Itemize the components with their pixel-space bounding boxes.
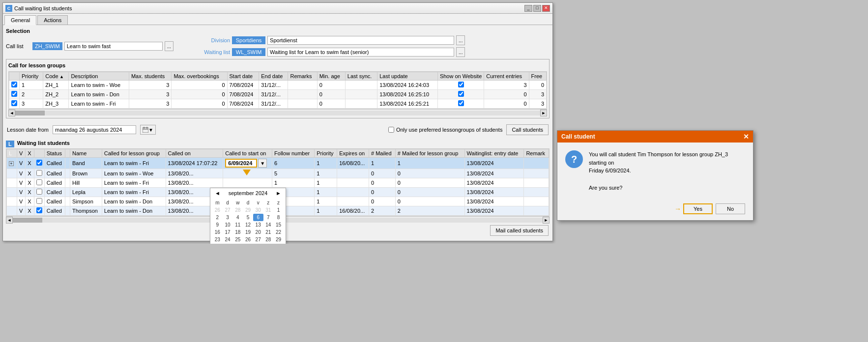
- dialog-no-button[interactable]: No: [716, 203, 745, 214]
- dialog-close-button[interactable]: ✕: [743, 133, 749, 140]
- cal-day-28b[interactable]: 28: [263, 236, 274, 243]
- scroll-track[interactable]: [15, 111, 540, 115]
- cal-day-11[interactable]: 11: [232, 221, 243, 228]
- cal-day-1b[interactable]: 1: [223, 243, 233, 244]
- col-description: Description: [69, 72, 129, 81]
- cal-day-12[interactable]: 12: [243, 221, 253, 228]
- cal-day-24[interactable]: 24: [223, 236, 233, 243]
- band-checkbox[interactable]: [36, 160, 42, 166]
- cal-day-5b[interactable]: 5: [263, 243, 274, 244]
- cal-day-16[interactable]: 16: [212, 228, 223, 236]
- hill-checkbox[interactable]: [36, 179, 42, 185]
- cal-day-30[interactable]: 30: [253, 206, 263, 214]
- cal-day-8[interactable]: 8: [273, 214, 284, 221]
- dialog-yes-button[interactable]: Yes: [683, 203, 713, 214]
- cal-day-31[interactable]: 31: [263, 206, 274, 214]
- row2-checkbox[interactable]: [11, 91, 17, 97]
- preferred-checkbox-label: Only use preferred lessongroups of stude…: [388, 127, 502, 133]
- cal-day-26[interactable]: 26: [212, 206, 223, 214]
- division-input[interactable]: [267, 36, 454, 45]
- calendar-button[interactable]: ▼: [140, 125, 156, 135]
- cal-day-6b[interactable]: 6: [273, 243, 284, 244]
- cal-day-4b[interactable]: 4: [253, 243, 263, 244]
- cal-day-3[interactable]: 3: [223, 214, 233, 221]
- thompson-checkbox[interactable]: [36, 207, 42, 213]
- cal-day-7[interactable]: 7: [263, 214, 274, 221]
- row3-priority: 3: [20, 99, 43, 109]
- expand-icon-thompson[interactable]: [7, 206, 17, 216]
- day-header-z1: z: [263, 199, 274, 206]
- lesson-date-input[interactable]: [53, 125, 136, 134]
- x-hill: X: [26, 178, 34, 188]
- maximize-button[interactable]: □: [533, 5, 541, 12]
- calllist-input[interactable]: [64, 42, 163, 51]
- waitinglist-browse-button[interactable]: ...: [456, 47, 465, 57]
- scroll-thumb[interactable]: [15, 111, 45, 115]
- expand-icon-band[interactable]: +: [7, 158, 17, 169]
- table-row: 2 ZH_2 Learn to swim - Don 3 0 7/08/2024…: [9, 90, 547, 99]
- cal-day-27b[interactable]: 27: [253, 236, 263, 243]
- division-browse-button[interactable]: ...: [456, 35, 465, 45]
- col-mailed: # Mailed: [369, 149, 396, 158]
- expand-icon-simpson[interactable]: [7, 197, 17, 206]
- brown-checkbox[interactable]: [36, 170, 42, 176]
- cal-day-6[interactable]: 6: [253, 214, 263, 221]
- minimize-button[interactable]: _: [524, 5, 532, 12]
- cal-day-30b[interactable]: 30: [212, 243, 223, 244]
- date-dropdown-btn[interactable]: ▼: [258, 159, 267, 168]
- cal-day-18[interactable]: 18: [232, 228, 243, 236]
- cal-week-6: 30 1 2 3 4 5 6: [212, 243, 284, 244]
- cal-day-27[interactable]: 27: [223, 206, 233, 214]
- cal-day-19[interactable]: 19: [243, 228, 253, 236]
- cal-day-10[interactable]: 10: [223, 221, 233, 228]
- wl-row-hill[interactable]: V X Called Hill Learn to swim - Fri 13/0…: [7, 178, 549, 188]
- scroll-left-arrow[interactable]: ◄: [8, 110, 15, 116]
- cal-day-17[interactable]: 17: [223, 228, 233, 236]
- cal-day-29b[interactable]: 29: [273, 236, 284, 243]
- expand-icon-lepla[interactable]: [7, 188, 17, 197]
- cal-day-28[interactable]: 28: [232, 206, 243, 214]
- close-button[interactable]: ✕: [542, 5, 550, 12]
- row3-checkbox[interactable]: [11, 100, 17, 106]
- scroll-right-arrow[interactable]: ►: [540, 110, 547, 116]
- cal-day-9[interactable]: 9: [212, 221, 223, 228]
- lepla-checkbox[interactable]: [36, 189, 42, 195]
- wl-scroll-right[interactable]: ►: [543, 217, 550, 224]
- mailed-lesson-brown: 0: [395, 169, 464, 178]
- cal-day-29[interactable]: 29: [243, 206, 253, 214]
- cal-day-22[interactable]: 22: [273, 228, 284, 236]
- cal-day-25[interactable]: 25: [232, 236, 243, 243]
- cal-day-2[interactable]: 2: [212, 214, 223, 221]
- cal-day-23[interactable]: 23: [212, 236, 223, 243]
- simpson-checkbox[interactable]: [36, 198, 42, 204]
- cal-prev-btn[interactable]: ◄: [213, 190, 222, 196]
- cal-day-21[interactable]: 21: [263, 228, 274, 236]
- lesson-groups-scroll[interactable]: Priority Code Description Max. students …: [8, 71, 547, 109]
- cal-day-14[interactable]: 14: [263, 221, 274, 228]
- preferred-checkbox[interactable]: [388, 127, 394, 133]
- cal-day-20[interactable]: 20: [253, 228, 263, 236]
- cal-day-26b[interactable]: 26: [243, 236, 253, 243]
- mail-called-button[interactable]: Mail called students: [490, 225, 549, 236]
- expand-icon-brown[interactable]: [7, 169, 17, 178]
- calllist-browse-button[interactable]: ...: [165, 41, 174, 51]
- cal-day-3b[interactable]: 3: [243, 243, 253, 244]
- tab-general[interactable]: General: [4, 15, 36, 25]
- wl-scroll-left[interactable]: ◄: [6, 217, 13, 224]
- wl-scroll-thumb[interactable]: [13, 218, 42, 223]
- tab-actions[interactable]: Actions: [37, 15, 68, 25]
- cal-day-1[interactable]: 1: [273, 206, 284, 214]
- wl-row-band[interactable]: + V X Called Band Learn to swim - Fri 13…: [7, 158, 549, 169]
- cal-day-15[interactable]: 15: [273, 221, 284, 228]
- waitinglist-input[interactable]: [267, 48, 454, 57]
- row1-checkbox[interactable]: [11, 82, 17, 87]
- expand-icon-hill[interactable]: [7, 178, 17, 188]
- cal-day-13[interactable]: 13: [253, 221, 263, 228]
- cal-day-2b[interactable]: 2: [232, 243, 243, 244]
- cal-next-btn[interactable]: ►: [274, 190, 283, 196]
- call-students-button[interactable]: Call students: [506, 124, 549, 135]
- wl-row-brown[interactable]: V X Called Brown Learn to swim - Woe 13/…: [7, 169, 549, 178]
- cal-day-5[interactable]: 5: [243, 214, 253, 221]
- lesson-groups-hscroll[interactable]: ◄ ►: [8, 109, 547, 116]
- cal-day-4[interactable]: 4: [232, 214, 243, 221]
